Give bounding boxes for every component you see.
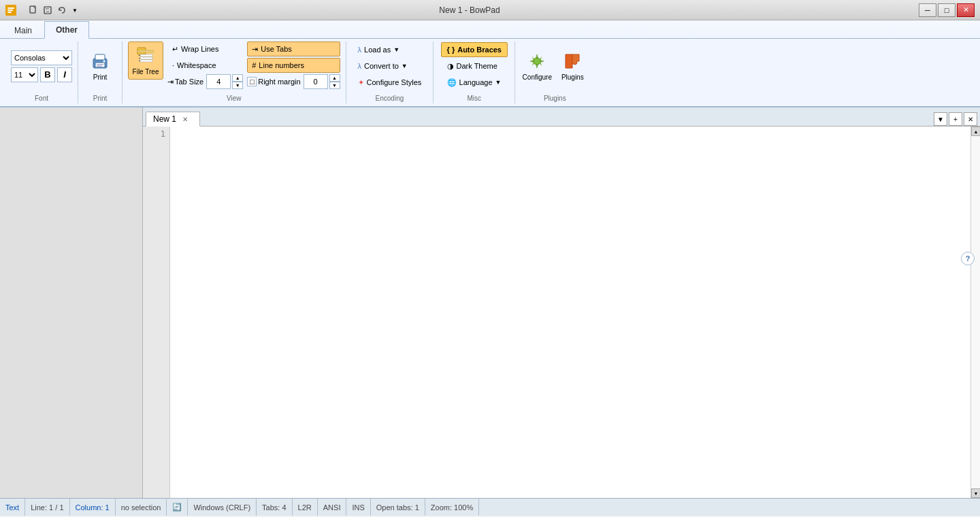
svg-rect-9 bbox=[95, 54, 105, 60]
italic-button[interactable]: I bbox=[57, 67, 72, 82]
minimize-button[interactable]: ─ bbox=[919, 3, 936, 17]
ribbon-group-misc: { } Auto Braces ◑ Dark Theme 🌐 Language … bbox=[434, 41, 515, 103]
language-button[interactable]: 🌐 Language ▼ bbox=[441, 75, 508, 90]
right-margin-checkbox[interactable]: □ bbox=[247, 77, 257, 86]
tab-size-input[interactable] bbox=[206, 74, 231, 89]
qa-dropdown-arrow[interactable]: ▼ bbox=[70, 4, 80, 16]
status-text-type: Text bbox=[5, 499, 25, 516]
plugins-icon bbox=[561, 50, 583, 72]
language-icon: 🌐 bbox=[447, 78, 457, 87]
wrap-lines-button[interactable]: ↵ Wrap Lines bbox=[167, 41, 243, 56]
close-button[interactable]: ✕ bbox=[957, 3, 975, 17]
ribbon-group-encoding: λ Load as ▼ λ Convert to ▼ ✦ Configure S… bbox=[346, 41, 434, 103]
svg-rect-2 bbox=[7, 10, 13, 11]
convert-to-icon: λ bbox=[358, 62, 362, 70]
plugins-button[interactable]: Plugins bbox=[556, 47, 589, 85]
line-numbers: 1 bbox=[143, 127, 170, 498]
line-numbers-label: Line numbers bbox=[259, 61, 304, 69]
bold-button[interactable]: B bbox=[40, 67, 55, 82]
svg-point-13 bbox=[103, 61, 105, 63]
tab-size-control: ⇥ Tab Size ▲ ▼ bbox=[167, 74, 243, 89]
configure-styles-label: Configure Styles bbox=[367, 78, 422, 86]
tab-close-button[interactable]: ✕ bbox=[180, 114, 190, 124]
view-group-content: File Tree ↵ Wrap Lines · Whitespace ⇥ Ta… bbox=[128, 41, 340, 93]
tab-size-down[interactable]: ▼ bbox=[232, 82, 243, 89]
whitespace-button[interactable]: · Whitespace bbox=[167, 58, 243, 73]
window-title: New 1 - BowPad bbox=[20, 5, 919, 15]
right-margin-control: □ Right margin ▲ ▼ bbox=[247, 74, 340, 89]
editor-textarea[interactable] bbox=[170, 127, 970, 498]
dark-theme-label: Dark Theme bbox=[457, 62, 497, 70]
configure-button[interactable]: Configure bbox=[521, 47, 553, 85]
print-button[interactable]: Print bbox=[84, 47, 116, 85]
svg-point-22 bbox=[534, 58, 540, 65]
ribbon-group-plugins: Configure Plugins Plugins bbox=[515, 41, 594, 103]
undo-qa-btn[interactable] bbox=[56, 4, 68, 16]
view-group-label: View bbox=[128, 93, 340, 103]
auto-braces-button[interactable]: { } Auto Braces bbox=[441, 42, 508, 57]
tab-size-label: Tab Size bbox=[175, 78, 203, 86]
svg-rect-11 bbox=[97, 64, 103, 65]
editor-wrapper: New 1 ✕ ▼ + ✕ 1 ▲ ▼ bbox=[143, 107, 980, 498]
file-tree-button[interactable]: File Tree bbox=[128, 41, 163, 80]
title-bar: ▼ New 1 - BowPad ─ □ ✕ bbox=[0, 0, 980, 20]
use-tabs-button[interactable]: ⇥ Use Tabs bbox=[247, 41, 340, 56]
load-as-button[interactable]: λ Load as ▼ bbox=[352, 42, 428, 57]
window-controls: ─ □ ✕ bbox=[919, 3, 975, 17]
right-margin-down[interactable]: ▼ bbox=[329, 82, 340, 89]
misc-col: { } Auto Braces ◑ Dark Theme 🌐 Language … bbox=[441, 42, 508, 90]
convert-to-arrow: ▼ bbox=[402, 63, 408, 69]
tab-other[interactable]: Other bbox=[44, 21, 89, 39]
ribbon-tabs: Main Other ? bbox=[0, 20, 980, 38]
encoding-col: λ Load as ▼ λ Convert to ▼ ✦ Configure S… bbox=[352, 42, 428, 90]
file-tree-panel bbox=[0, 107, 143, 498]
scroll-up-button[interactable]: ▲ bbox=[971, 127, 980, 136]
status-insert-mode: INS bbox=[346, 499, 370, 516]
configure-icon bbox=[526, 50, 548, 72]
print-label: Print bbox=[93, 73, 108, 82]
svg-rect-1 bbox=[7, 7, 14, 9]
dark-theme-icon: ◑ bbox=[447, 62, 454, 71]
configure-styles-button[interactable]: ✦ Configure Styles bbox=[352, 75, 428, 90]
convert-to-button[interactable]: λ Convert to ▼ bbox=[352, 59, 428, 73]
font-group-label: Font bbox=[11, 93, 72, 103]
svg-rect-12 bbox=[97, 66, 102, 67]
tab-dropdown-button[interactable]: ▼ bbox=[934, 112, 947, 126]
status-mode: L2R bbox=[293, 499, 318, 516]
tab-main[interactable]: Main bbox=[3, 22, 44, 39]
close-all-tabs-button[interactable]: ✕ bbox=[964, 112, 977, 126]
tab-controls: ▼ + ✕ bbox=[934, 112, 977, 126]
quick-access-toolbar: ▼ bbox=[27, 4, 80, 16]
font-family-select[interactable]: Consolas Arial Courier New bbox=[11, 50, 72, 65]
print-icon bbox=[89, 50, 111, 72]
configure-label: Configure bbox=[523, 73, 552, 82]
right-margin-input[interactable] bbox=[304, 74, 328, 89]
ribbon-group-print: Print Print bbox=[78, 41, 122, 103]
file-tree-icon bbox=[135, 45, 157, 67]
encoding-group-content: λ Load as ▼ λ Convert to ▼ ✦ Configure S… bbox=[352, 41, 428, 93]
font-size-select[interactable]: 11 8 10 12 14 bbox=[11, 67, 38, 82]
right-margin-up[interactable]: ▲ bbox=[329, 74, 340, 82]
view-col-right: ↵ Wrap Lines · Whitespace ⇥ Tab Size ▲ ▼ bbox=[167, 41, 243, 89]
print-group-content: Print bbox=[84, 41, 116, 93]
dark-theme-button[interactable]: ◑ Dark Theme bbox=[441, 59, 508, 73]
line-numbers-button[interactable]: # Line numbers bbox=[247, 58, 340, 73]
maximize-button[interactable]: □ bbox=[938, 3, 956, 17]
file-tree-label: File Tree bbox=[133, 68, 159, 76]
help-button[interactable]: ? bbox=[961, 252, 975, 265]
status-open-tabs: Open tabs: 1 bbox=[371, 499, 425, 516]
editor-tab-new1[interactable]: New 1 ✕ bbox=[146, 112, 200, 127]
right-margin-spinners: ▲ ▼ bbox=[329, 74, 340, 89]
new-file-qa-btn[interactable] bbox=[27, 4, 39, 16]
load-as-icon: λ bbox=[358, 46, 362, 54]
language-label: Language bbox=[459, 78, 493, 86]
new-tab-button[interactable]: + bbox=[949, 112, 962, 126]
scroll-down-button[interactable]: ▼ bbox=[971, 488, 980, 498]
plugins-label: Plugins bbox=[561, 73, 584, 82]
status-encoding-icon: 🔄 bbox=[167, 499, 188, 516]
encoding-group-label: Encoding bbox=[352, 93, 428, 103]
scrollbar-track[interactable] bbox=[971, 136, 980, 488]
use-tabs-label: Use Tabs bbox=[261, 45, 292, 53]
save-qa-btn[interactable] bbox=[42, 4, 54, 16]
tab-size-up[interactable]: ▲ bbox=[232, 74, 243, 82]
